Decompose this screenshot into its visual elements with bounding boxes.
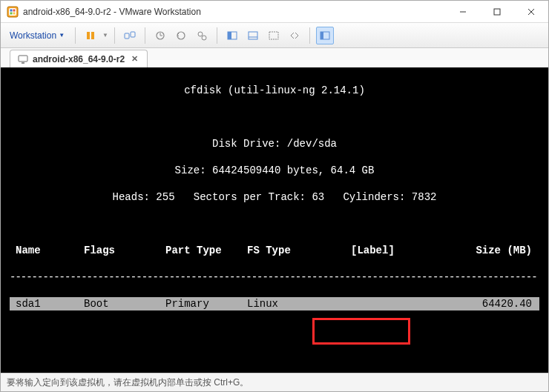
status-text: 要将输入定向到该虚拟机，请在虚拟机内部单击或按 Ctrl+G。: [7, 376, 249, 389]
toolbar: Workstation ▼ ▼: [1, 23, 548, 48]
hdr-fstype: FS Type: [247, 244, 351, 257]
disk-size-line: Size: 64424509440 bytes, 64.4 GB: [10, 164, 539, 177]
workstation-menu[interactable]: Workstation ▼: [5, 27, 69, 44]
fullscreen-button[interactable]: [223, 27, 241, 44]
svg-rect-4: [10, 12, 13, 14]
stretch-button[interactable]: [286, 27, 303, 44]
minimize-button[interactable]: [446, 1, 480, 23]
part-ptype: Primary: [165, 297, 247, 310]
tab-monitor-icon: [18, 55, 28, 64]
separator: [114, 27, 115, 44]
blank: [10, 351, 539, 364]
statusbar: 要将输入定向到该虚拟机，请在虚拟机内部单击或按 Ctrl+G。: [1, 373, 548, 391]
disk-drive-line: Disk Drive: /dev/sda: [10, 137, 539, 150]
tab-label: android-x86_64-9.0-r2: [33, 54, 125, 64]
partition-row[interactable]: sda1 Boot Primary Linux 64420.40: [10, 297, 539, 310]
divider: ----------------------------------------…: [10, 270, 539, 284]
part-flags: Boot: [84, 297, 165, 310]
blank: [10, 217, 539, 230]
cfdisk-banner: cfdisk (util-linux-ng 2.14.1): [10, 84, 539, 97]
svg-rect-11: [91, 32, 94, 39]
main-window: android-x86_64-9.0-r2 - VMware Workstati…: [0, 0, 549, 392]
part-label: [351, 297, 440, 310]
svg-point-19: [202, 36, 206, 40]
snapshot-button[interactable]: [151, 27, 169, 44]
close-button[interactable]: [514, 1, 548, 23]
svg-rect-12: [125, 33, 129, 39]
part-fstype: Linux: [247, 297, 351, 310]
svg-rect-3: [13, 9, 16, 11]
disk-geom-line: Heads: 255 Sectors per Track: 63 Cylinde…: [10, 190, 539, 204]
dropdown-icon[interactable]: ▼: [102, 32, 108, 39]
hdr-name: Name: [10, 244, 84, 257]
workstation-menu-label: Workstation: [10, 30, 56, 41]
library-button[interactable]: [316, 27, 334, 44]
svg-rect-5: [13, 12, 16, 14]
column-headers: Name Flags Part Type FS Type [Label] Siz…: [10, 244, 539, 257]
manage-snapshots-button[interactable]: [193, 27, 211, 44]
window-title: android-x86_64-9.0-r2 - VMware Workstati…: [23, 7, 446, 17]
svg-rect-2: [10, 9, 13, 11]
dropdown-icon: ▼: [59, 32, 65, 39]
revert-button[interactable]: [172, 27, 190, 44]
part-size: 64420.40: [440, 297, 539, 310]
svg-rect-22: [249, 32, 257, 39]
separator: [145, 27, 145, 44]
hdr-size: Size (MB): [440, 244, 539, 257]
separator: [75, 27, 76, 44]
hdr-ptype: Part Type: [165, 244, 247, 257]
hdr-flags: Flags: [84, 244, 165, 257]
app-icon: [7, 6, 19, 18]
terminal-view[interactable]: cfdisk (util-linux-ng 2.14.1) Disk Drive…: [1, 67, 548, 373]
svg-point-18: [198, 32, 203, 36]
part-name: sda1: [10, 297, 84, 310]
window-controls: [446, 1, 548, 23]
tab-close-button[interactable]: ✕: [129, 54, 139, 64]
separator: [309, 27, 310, 44]
blank: [10, 324, 539, 337]
vm-tab[interactable]: android-x86_64-9.0-r2 ✕: [10, 50, 148, 67]
hdr-label: [Label]: [351, 244, 440, 257]
svg-rect-13: [131, 32, 135, 37]
svg-rect-26: [320, 32, 323, 39]
svg-rect-27: [19, 56, 27, 62]
unity-button[interactable]: [244, 27, 262, 44]
send-cad-button[interactable]: [121, 27, 139, 44]
console-button[interactable]: [265, 27, 283, 44]
maximize-button[interactable]: [480, 1, 514, 23]
blank: [10, 110, 539, 124]
svg-rect-7: [494, 9, 500, 15]
pause-button[interactable]: [82, 27, 99, 44]
tabbar: android-x86_64-9.0-r2 ✕: [1, 48, 548, 67]
titlebar: android-x86_64-9.0-r2 - VMware Workstati…: [1, 1, 548, 23]
separator: [217, 27, 217, 44]
svg-rect-24: [269, 32, 278, 39]
svg-rect-21: [228, 32, 231, 39]
svg-rect-10: [87, 32, 90, 39]
